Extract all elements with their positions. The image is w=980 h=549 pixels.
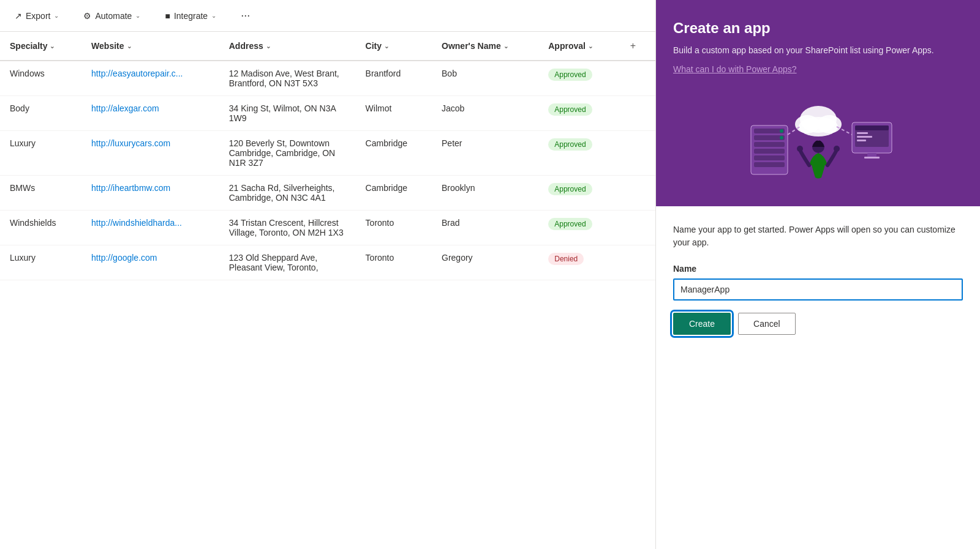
cell-specialty-3: BMWs [0,176,81,211]
cell-extra-5 [618,245,655,280]
cell-owners-name-5: Gregory [432,245,538,280]
cell-owners-name-3: Brooklyn [432,176,538,211]
power-apps-illustration [733,89,904,187]
panel-subtitle: Build a custom app based on your SharePo… [673,44,963,57]
website-link-0[interactable]: http://easyautorepair.c... [91,69,183,78]
cell-approval-1: Approved [538,96,618,131]
col-specialty[interactable]: Specialty ⌄ [0,32,81,61]
cell-extra-0 [618,61,655,96]
cell-city-2: Cambridge [356,131,432,176]
cell-website-2[interactable]: http://luxurycars.com [81,131,219,176]
panel-title: Create an app [673,20,963,37]
name-label: Name [673,264,963,274]
table-row[interactable]: Windshields http://windshieldharda... 34… [0,211,655,245]
website-link-4[interactable]: http://windshieldharda... [91,218,182,228]
svg-rect-21 [867,153,876,157]
svg-point-12 [799,117,838,136]
illustration-area [656,89,980,206]
svg-rect-17 [855,125,889,130]
integrate-chevron-icon: ⌄ [211,12,216,19]
svg-point-25 [834,146,840,152]
cell-specialty-4: Windshields [0,211,81,245]
col-city[interactable]: City ⌄ [356,32,432,61]
create-button[interactable]: Create [673,313,731,335]
col-add-button[interactable]: + [618,32,655,61]
website-link-2[interactable]: http://luxurycars.com [91,138,170,148]
approval-sort-icon: ⌄ [588,43,593,50]
table-row[interactable]: Body http://alexgar.com 34 King St, Wilm… [0,96,655,131]
cell-city-1: Wilmot [356,96,432,131]
specialty-sort-icon: ⌄ [50,43,55,50]
svg-rect-3 [754,142,785,147]
website-link-5[interactable]: http://google.com [91,253,157,263]
right-panel: Create an app Build a custom app based o… [655,0,980,549]
cell-specialty-5: Luxury [0,245,81,280]
city-sort-icon: ⌄ [384,43,389,50]
svg-rect-18 [857,132,868,134]
table-row[interactable]: Windows http://easyautorepair.c... 12 Ma… [0,61,655,96]
cell-address-4: 34 Tristan Crescent, Hillcrest Village, … [219,211,356,245]
approval-badge-1: Approved [548,103,592,116]
cell-city-5: Toronto [356,245,432,280]
cell-approval-0: Approved [538,61,618,96]
cell-address-0: 12 Madison Ave, West Brant, Brantford, O… [219,61,356,96]
col-approval[interactable]: Approval ⌄ [538,32,618,61]
export-icon: ↗ [15,11,22,21]
cell-extra-2 [618,131,655,176]
cell-approval-4: Approved [538,211,618,245]
button-row: Create Cancel [673,313,963,335]
export-button[interactable]: ↗ Export ⌄ [10,9,64,23]
approval-badge-5: Denied [548,253,584,265]
integrate-button[interactable]: ■ Integrate ⌄ [160,9,221,23]
approval-badge-2: Approved [548,138,592,151]
cell-address-3: 21 Sacha Rd, Silverheights, Cambridge, O… [219,176,356,211]
website-link-1[interactable]: http://alexgar.com [91,103,159,113]
cell-website-4[interactable]: http://windshieldharda... [81,211,219,245]
cell-city-4: Toronto [356,211,432,245]
svg-point-24 [797,146,803,152]
automate-button[interactable]: ⚙ Automate ⌄ [78,9,145,23]
website-sort-icon: ⌄ [127,43,132,50]
table-row[interactable]: BMWs http://iheartbmw.com 21 Sacha Rd, S… [0,176,655,211]
cell-website-0[interactable]: http://easyautorepair.c... [81,61,219,96]
cell-specialty-0: Windows [0,61,81,96]
automate-label: Automate [95,11,132,21]
cell-address-5: 123 Old Sheppard Ave, Pleasant View, Tor… [219,245,356,280]
cell-extra-4 [618,211,655,245]
more-options-button[interactable]: ··· [236,7,255,24]
approval-badge-3: Approved [548,183,592,195]
panel-body: Name your app to get started. Power Apps… [656,206,980,549]
cancel-button[interactable]: Cancel [738,313,796,335]
cell-address-1: 34 King St, Wilmot, ON N3A 1W9 [219,96,356,131]
cell-owners-name-0: Bob [432,61,538,96]
approval-badge-4: Approved [548,218,592,230]
table-row[interactable]: Luxury http://luxurycars.com 120 Beverly… [0,131,655,176]
svg-rect-20 [857,140,866,141]
svg-line-13 [788,127,800,135]
cell-address-2: 120 Beverly St, Downtown Cambridge, Camb… [219,131,356,176]
cell-website-5[interactable]: http://google.com [81,245,219,280]
export-chevron-icon: ⌄ [54,12,59,19]
automate-icon: ⚙ [83,11,91,21]
cell-approval-2: Approved [538,131,618,176]
app-name-input[interactable] [673,278,963,301]
svg-point-7 [780,129,783,133]
toolbar: ↗ Export ⌄ ⚙ Automate ⌄ ■ Integrate ⌄ ··… [0,0,655,32]
panel-description: Name your app to get started. Power Apps… [673,223,963,249]
owners-sort-icon: ⌄ [503,43,508,50]
integrate-icon: ■ [165,11,170,21]
cell-website-3[interactable]: http://iheartbmw.com [81,176,219,211]
cell-owners-name-1: Jacob [432,96,538,131]
col-owners-name[interactable]: Owner's Name ⌄ [432,32,538,61]
website-link-3[interactable]: http://iheartbmw.com [91,183,170,193]
export-label: Export [26,11,50,21]
table-row[interactable]: Luxury http://google.com 123 Old Sheppar… [0,245,655,280]
col-website[interactable]: Website ⌄ [81,32,219,61]
power-apps-link[interactable]: What can I do with Power Apps? [673,64,797,74]
panel-header: Create an app Build a custom app based o… [656,0,980,89]
add-column-button[interactable]: + [628,38,638,54]
cell-website-1[interactable]: http://alexgar.com [81,96,219,131]
col-address[interactable]: Address ⌄ [219,32,356,61]
main-area: ↗ Export ⌄ ⚙ Automate ⌄ ■ Integrate ⌄ ··… [0,0,655,549]
automate-chevron-icon: ⌄ [135,12,140,19]
